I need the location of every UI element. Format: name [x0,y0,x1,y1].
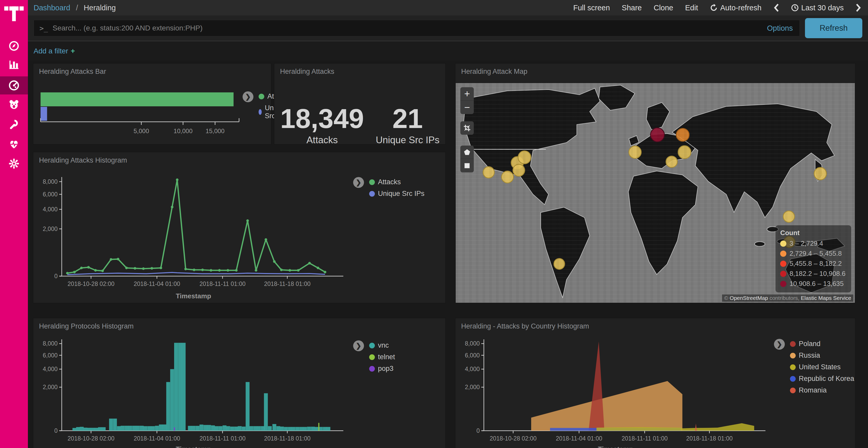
legend-label: Unique Src IPs [378,190,425,198]
wrench-icon [8,118,20,130]
svg-text:2018-11-04 01:00: 2018-11-04 01:00 [556,435,602,442]
sidebar-item-dashboard[interactable] [0,76,28,95]
map-legend-item: 2,729.4 – 5,455.8 [780,249,845,257]
ems-link[interactable]: Elastic Maps Service [801,295,851,301]
attacks-histogram-chart[interactable]: 02,0004,0006,0008,0002018-10-28 02:00201… [41,173,346,289]
svg-text:0: 0 [54,273,58,279]
svg-text:2018-10-28 02:00: 2018-10-28 02:00 [68,435,115,442]
svg-text:15,000: 15,000 [206,128,224,134]
chart-legend: ❯AttacksUnique Src IPs [369,178,425,201]
panel-title: Heralding Protocols Histogram [33,318,445,335]
rectangle-draw-icon[interactable] [460,159,474,172]
panel-title: Heralding Attacks Bar [33,64,271,80]
legend-item[interactable]: Romania [790,386,854,394]
world-map[interactable]: + − Count 3 – 2,729.42,729.4 – 5,455.85,… [456,83,855,303]
legend-label: United States [799,363,841,371]
sidebar-item-bear[interactable] [0,96,28,113]
map-draw-controls [460,145,474,172]
compass-icon [8,40,20,52]
panel-attacks-histogram: Heralding Attacks Histogram 02,0004,0006… [33,152,445,303]
sidebar-item-visualize[interactable] [0,56,28,73]
auto-refresh-button[interactable]: Auto-refresh [710,4,762,12]
legend-label: Republic of Korea [799,375,854,383]
chevron-left-icon[interactable] [773,3,779,12]
map-legend-color-dot [780,271,786,277]
legend-item[interactable]: pop3 [369,365,395,373]
search-box: >_ Options [34,20,800,36]
time-range-picker[interactable]: Last 30 days [791,4,844,12]
breadcrumb-dashboard-link[interactable]: Dashboard [34,4,70,12]
legend-label: Russia [799,351,820,359]
legend-item[interactable]: Attacks [369,178,425,186]
map-zoom-controls: + − [460,87,474,114]
svg-text:2018-11-18 01:00: 2018-11-18 01:00 [264,435,311,442]
legend-color-dot [790,388,796,393]
svg-text:2018-10-28 02:00: 2018-10-28 02:00 [490,435,537,442]
metric-label: Unique Src IPs [376,135,439,145]
map-legend-color-dot [780,281,786,287]
map-fit-control [460,121,474,135]
breadcrumb-separator: / [76,4,78,12]
t-mobile-logo[interactable] [0,4,28,26]
sidebar-item-dev-tools[interactable] [0,115,28,133]
country-histogram-chart[interactable]: 02,0004,0006,0008,0002018-10-28 02:00201… [463,335,768,444]
svg-text:2018-10-28 02:00: 2018-10-28 02:00 [68,280,115,287]
legend-label: Poland [799,340,820,348]
add-filter-button[interactable]: Add a filter+ [34,47,75,55]
legend-expand-chevron-icon[interactable]: ❯ [774,339,785,350]
svg-text:2,000: 2,000 [43,226,58,232]
legend-expand-chevron-icon[interactable]: ❯ [243,91,253,102]
attacks-bar-chart[interactable]: 5,00010,00015,000 [39,78,246,140]
breadcrumb: Dashboard / Heralding [34,4,116,12]
osm-link[interactable]: OpenStreetMap [730,295,768,301]
svg-text:0: 0 [54,427,58,434]
legend-color-dot [790,353,796,358]
panel-attacks-metric: Heralding Attacks 18,349 Attacks 21 Uniq… [274,63,445,144]
chart-legend: ❯PolandRussiaUnited StatesRepublic of Ko… [790,340,854,398]
map-legend-label: 10,908.6 – 13,635 [789,280,844,288]
polygon-draw-icon[interactable] [460,145,474,159]
legend-color-dot [369,179,375,185]
legend-item[interactable]: telnet [369,353,395,361]
legend-expand-chevron-icon[interactable]: ❯ [353,340,364,351]
legend-item[interactable]: United States [790,363,854,371]
legend-item[interactable]: Unique Src IPs [369,190,425,198]
clone-button[interactable]: Clone [654,4,673,12]
legend-item[interactable]: Russia [790,351,854,359]
filter-bar: Add a filter+ [28,42,868,60]
edit-button[interactable]: Edit [685,4,698,12]
legend-item[interactable]: vnc [369,341,395,349]
svg-text:5,000: 5,000 [133,128,149,134]
bear-icon [8,99,20,111]
search-input[interactable] [53,24,800,32]
bar-chart-icon [8,59,20,70]
legend-color-dot [790,376,796,382]
legend-expand-chevron-icon[interactable]: ❯ [353,177,364,188]
gear-icon [8,158,20,170]
share-button[interactable]: Share [622,4,642,12]
svg-text:2018-11-04 01:00: 2018-11-04 01:00 [133,280,180,287]
sidebar-item-management[interactable] [0,155,28,172]
crop-icon[interactable] [460,121,474,135]
map-zoom-out-button[interactable]: − [460,101,474,114]
protocols-histogram-chart[interactable]: 02,0004,0006,0008,0002018-10-28 02:00201… [41,335,346,444]
map-legend-item: 5,455.8 – 8,182.2 [780,260,845,268]
options-link[interactable]: Options [767,24,793,33]
full-screen-button[interactable]: Full screen [573,4,610,12]
legend-item[interactable]: Republic of Korea [790,375,854,383]
refresh-button[interactable]: Refresh [805,18,862,38]
legend-item[interactable]: Poland [790,340,854,348]
map-legend-item: 10,908.6 – 13,635 [780,280,845,288]
sidebar-item-discover[interactable] [0,37,28,55]
metric-label: Attacks [280,135,364,145]
chevron-right-icon[interactable] [856,3,861,12]
map-zoom-in-button[interactable]: + [460,87,474,101]
legend-color-dot [790,365,796,370]
legend-label: vnc [378,341,389,349]
map-legend-item: 3 – 2,729.4 [780,240,845,247]
legend-color-dot [258,94,264,99]
metric-unique-src-ips: 21 Unique Src IPs [376,103,439,145]
sidebar-item-monitoring[interactable] [0,135,28,153]
svg-text:8,000: 8,000 [465,340,480,347]
svg-text:6,000: 6,000 [43,352,58,359]
